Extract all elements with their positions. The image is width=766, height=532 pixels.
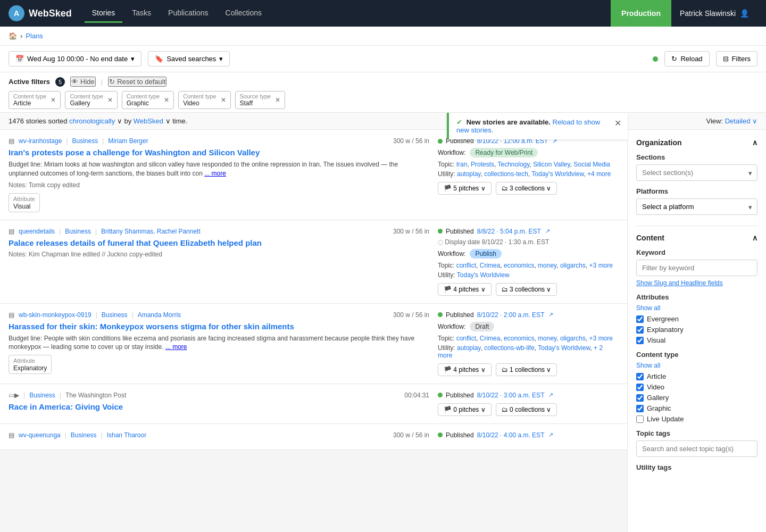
reset-filters-button[interactable]: ↻ Reset to default	[108, 77, 166, 87]
story-utility: Utility: Today's Worldview	[438, 271, 619, 279]
story-author[interactable]: Brittany Shammas, Rachel Pannett	[101, 228, 201, 235]
story-author[interactable]: Ishan Tharoor	[107, 431, 147, 439]
story-id[interactable]: wv-queenunga	[19, 431, 61, 439]
reload-button[interactable]: ↻ Reload	[664, 51, 709, 66]
main-nav: Stories Tasks Publications Collections	[85, 4, 598, 23]
story-id[interactable]: wv-iranhostage	[19, 137, 62, 145]
pitches-button[interactable]: 🏴 4 pitches ∨	[438, 283, 492, 296]
stories-list: ▤ wv-iranhostage | Business | Miriam Ber…	[0, 130, 628, 532]
home-icon[interactable]: 🏠	[9, 32, 17, 40]
sidebar-content-section: Content ∧ Keyword Show Slug and Headline…	[636, 234, 757, 471]
story-type-icon: ▤	[9, 311, 14, 319]
chevron-down-icon: ▾	[131, 55, 135, 63]
header-right: Production Patrick Slawinski 👤	[611, 0, 757, 27]
external-link-icon[interactable]: ↗	[548, 431, 553, 438]
pitches-button[interactable]: 🏴 5 pitches ∨	[438, 182, 492, 195]
collections-button[interactable]: 🗂 1 collections ∨	[496, 363, 557, 376]
story-id[interactable]: queendetails	[19, 228, 55, 235]
nav-publications[interactable]: Publications	[161, 4, 216, 23]
story-section[interactable]: Business	[72, 137, 98, 145]
story-title[interactable]: Palace releases details of funeral that …	[9, 238, 429, 247]
story-id[interactable]: wb-skin-monkeypox-0919	[19, 311, 91, 319]
hide-filters-button[interactable]: 👁 Hide	[70, 77, 96, 87]
saved-searches-button[interactable]: 🔖 Saved searches ▾	[148, 51, 230, 66]
sort-websked-link[interactable]: WebSked	[134, 117, 163, 125]
collapse-icon: ∧	[752, 138, 757, 147]
logo[interactable]: A WebSked	[9, 5, 72, 21]
show-all-content-types[interactable]: Show all	[636, 362, 757, 369]
reset-icon: ↻	[109, 78, 115, 86]
remove-filter-article[interactable]: ✕	[51, 96, 56, 104]
topic-tags-input[interactable]	[636, 440, 757, 457]
remove-filter-gallery[interactable]: ✕	[107, 96, 113, 104]
story-section[interactable]: Business	[102, 311, 128, 319]
filter-tag-gallery: Content typeGallery ✕	[65, 91, 117, 109]
remove-filter-video[interactable]: ✕	[221, 96, 226, 104]
filter-tags: Content typeArticle ✕ Content typeGaller…	[9, 91, 757, 109]
story-title[interactable]: Harassed for their skin: Monkeypox worse…	[9, 322, 429, 331]
pub-status: Published	[446, 228, 474, 235]
ct-graphic[interactable]: Graphic	[636, 404, 757, 412]
nav-collections[interactable]: Collections	[218, 4, 269, 23]
organization-section-header[interactable]: Organization ∧	[636, 138, 757, 147]
pub-status: Published	[446, 311, 474, 319]
nav-tasks[interactable]: Tasks	[124, 4, 159, 23]
story-section[interactable]: Business	[65, 228, 91, 235]
workflow-label: Workflow:	[438, 149, 465, 156]
collections-button[interactable]: 🗂 0 collections ∨	[496, 403, 557, 416]
platforms-select[interactable]: Select a platform	[636, 198, 757, 215]
check-icon: ✔	[456, 118, 462, 126]
nav-stories[interactable]: Stories	[85, 4, 123, 23]
breadcrumb-plans[interactable]: Plans	[26, 32, 43, 40]
story-title[interactable]: Race in America: Giving Voice	[9, 402, 429, 411]
story-title[interactable]: Iran's protests pose a challenge for Was…	[9, 148, 429, 157]
sections-input[interactable]	[636, 164, 757, 181]
attr-evergreen[interactable]: Evergreen	[636, 315, 757, 323]
story-card: ▤ wv-iranhostage | Business | Miriam Ber…	[0, 130, 627, 220]
view-detailed-link[interactable]: Detailed ∨	[725, 117, 757, 125]
budget-more-link[interactable]: ... more	[165, 343, 187, 351]
close-banner-button[interactable]: ✕	[614, 118, 621, 128]
user-area[interactable]: Patrick Slawinski 👤	[671, 9, 757, 18]
story-card: ▭▶ | Business | The Washington Post 00:0…	[0, 384, 627, 424]
remove-filter-graphic[interactable]: ✕	[164, 96, 169, 104]
eye-icon: 👁	[71, 78, 78, 86]
attr-explanatory[interactable]: Explanatory	[636, 326, 757, 334]
keyword-input[interactable]	[636, 260, 757, 276]
ct-video[interactable]: Video	[636, 383, 757, 391]
collections-button[interactable]: 🗂 3 collections ∨	[496, 283, 557, 296]
sort-chronologically-link[interactable]: chronologically	[69, 117, 115, 125]
content-section-header[interactable]: Content ∧	[636, 234, 757, 242]
ct-live-update[interactable]: Live Update	[636, 415, 757, 423]
show-all-attributes[interactable]: Show all	[636, 304, 757, 312]
pub-date-link[interactable]: 8/10/22 · 4:00 a.m. EST	[477, 431, 545, 439]
ct-article[interactable]: Article	[636, 372, 757, 380]
platforms-label: Platforms	[636, 187, 757, 195]
remove-filter-staff[interactable]: ✕	[275, 96, 280, 104]
attr-visual[interactable]: Visual	[636, 336, 757, 344]
results-count: 1476	[9, 117, 24, 125]
collections-button[interactable]: 🗂 3 collections ∨	[496, 182, 557, 195]
pub-date-link[interactable]: 8/8/22 · 5:04 p.m. EST	[477, 228, 541, 235]
ct-gallery[interactable]: Gallery	[636, 394, 757, 402]
external-link-icon[interactable]: ↗	[548, 311, 553, 318]
calendar-icon: 📅	[15, 55, 24, 63]
pitches-button[interactable]: 🏴 4 pitches ∨	[438, 363, 492, 376]
date-range-picker[interactable]: 📅 Wed Aug 10 00:00 - No end date ▾	[9, 51, 141, 66]
story-author[interactable]: Miriam Berger	[108, 137, 148, 145]
slug-headline-link[interactable]: Show Slug and Headline fields	[636, 279, 757, 287]
production-button[interactable]: Production	[611, 0, 671, 27]
workflow-badge: Ready for Web/Print	[470, 148, 538, 157]
external-link-icon[interactable]: ↗	[545, 228, 550, 235]
external-link-icon[interactable]: ↗	[548, 392, 553, 398]
pitches-button[interactable]: 🏴 0 pitches ∨	[438, 403, 492, 416]
story-section[interactable]: Business	[71, 431, 97, 439]
pub-date-link[interactable]: 8/10/22 · 3:00 a.m. EST	[477, 392, 545, 399]
results-text: 1476 stories sorted chronologically ∨ by…	[9, 117, 187, 125]
filters-button[interactable]: ⊟ Filters	[716, 51, 757, 66]
budget-more-link[interactable]: ... more	[204, 170, 226, 177]
story-section[interactable]: Business	[29, 392, 55, 399]
pub-date-link[interactable]: 8/10/22 · 2:00 a.m. EST	[477, 311, 545, 319]
pub-status-dot	[438, 433, 443, 437]
story-author[interactable]: Amanda Morris	[138, 311, 181, 319]
